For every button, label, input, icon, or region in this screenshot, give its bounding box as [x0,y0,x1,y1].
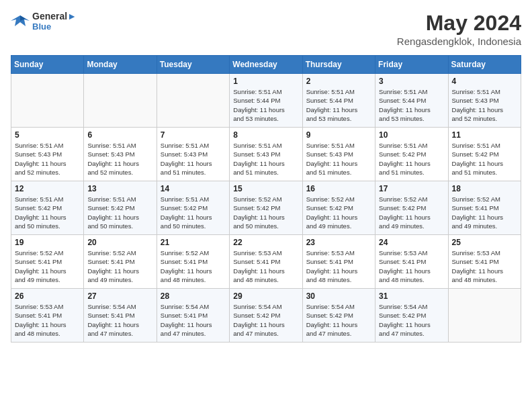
day-info: Sunrise: 5:52 AM Sunset: 5:42 PM Dayligh… [233,195,298,230]
day-number: 20 [87,238,152,247]
day-info: Sunrise: 5:54 AM Sunset: 5:41 PM Dayligh… [87,302,152,338]
day-number: 15 [233,184,298,193]
day-info: Sunrise: 5:53 AM Sunset: 5:41 PM Dayligh… [15,302,80,338]
day-info: Sunrise: 5:52 AM Sunset: 5:41 PM Dayligh… [87,248,152,284]
day-number: 22 [233,238,298,247]
calendar-cell: 8Sunrise: 5:51 AM Sunset: 5:43 PM Daylig… [230,128,302,181]
calendar-cell: 10Sunrise: 5:51 AM Sunset: 5:42 PM Dayli… [375,128,448,181]
month-title: May 2024 [397,11,521,36]
day-number: 14 [161,184,226,193]
weekday-header-row: SundayMondayTuesdayWednesdayThursdayFrid… [11,56,521,74]
calendar-cell: 27Sunrise: 5:54 AM Sunset: 5:41 PM Dayli… [84,289,157,342]
calendar-cell: 28Sunrise: 5:54 AM Sunset: 5:41 PM Dayli… [157,289,229,342]
calendar-cell: 3Sunrise: 5:51 AM Sunset: 5:44 PM Daylig… [375,74,448,128]
calendar-cell: 18Sunrise: 5:52 AM Sunset: 5:41 PM Dayli… [448,181,521,235]
day-info: Sunrise: 5:54 AM Sunset: 5:42 PM Dayligh… [306,302,371,338]
day-number: 6 [87,130,152,140]
day-info: Sunrise: 5:51 AM Sunset: 5:42 PM Dayligh… [161,195,226,230]
weekday-header-saturday: Saturday [448,56,521,74]
day-info: Sunrise: 5:51 AM Sunset: 5:43 PM Dayligh… [15,141,80,177]
calendar-cell [11,74,84,128]
day-info: Sunrise: 5:51 AM Sunset: 5:42 PM Dayligh… [15,195,80,230]
calendar-week-row: 1Sunrise: 5:51 AM Sunset: 5:44 PM Daylig… [11,74,521,128]
weekday-header-monday: Monday [84,56,157,74]
calendar-cell: 31Sunrise: 5:54 AM Sunset: 5:42 PM Dayli… [375,289,448,342]
day-info: Sunrise: 5:51 AM Sunset: 5:44 PM Dayligh… [306,87,371,123]
calendar-cell [157,74,229,128]
day-info: Sunrise: 5:51 AM Sunset: 5:43 PM Dayligh… [87,141,152,177]
day-info: Sunrise: 5:52 AM Sunset: 5:41 PM Dayligh… [452,195,517,230]
calendar-cell: 25Sunrise: 5:53 AM Sunset: 5:41 PM Dayli… [448,235,521,289]
day-number: 8 [233,130,298,140]
day-number: 3 [379,77,444,86]
page-header: General► Blue May 2024 Rengasdengklok, I… [11,11,521,47]
day-number: 11 [452,130,517,140]
calendar-cell: 26Sunrise: 5:53 AM Sunset: 5:41 PM Dayli… [11,289,84,342]
calendar-body: 1Sunrise: 5:51 AM Sunset: 5:44 PM Daylig… [11,74,521,342]
day-number: 30 [306,291,371,301]
calendar-cell: 7Sunrise: 5:51 AM Sunset: 5:43 PM Daylig… [157,128,229,181]
location-title: Rengasdengklok, Indonesia [397,36,521,47]
day-number: 31 [379,291,444,301]
day-number: 28 [161,291,226,301]
calendar-table: SundayMondayTuesdayWednesdayThursdayFrid… [11,55,521,342]
calendar-cell: 20Sunrise: 5:52 AM Sunset: 5:41 PM Dayli… [84,235,157,289]
calendar-header: SundayMondayTuesdayWednesdayThursdayFrid… [11,56,521,74]
day-info: Sunrise: 5:54 AM Sunset: 5:42 PM Dayligh… [233,302,298,338]
calendar-cell: 9Sunrise: 5:51 AM Sunset: 5:43 PM Daylig… [302,128,375,181]
weekday-header-sunday: Sunday [11,56,84,74]
calendar-cell: 6Sunrise: 5:51 AM Sunset: 5:43 PM Daylig… [84,128,157,181]
calendar-cell: 15Sunrise: 5:52 AM Sunset: 5:42 PM Dayli… [230,181,302,235]
day-number: 23 [306,238,371,247]
weekday-header-tuesday: Tuesday [157,56,229,74]
calendar-cell: 5Sunrise: 5:51 AM Sunset: 5:43 PM Daylig… [11,128,84,181]
day-number: 18 [452,184,517,193]
calendar-cell: 24Sunrise: 5:53 AM Sunset: 5:41 PM Dayli… [375,235,448,289]
calendar-cell: 4Sunrise: 5:51 AM Sunset: 5:43 PM Daylig… [448,74,521,128]
day-info: Sunrise: 5:54 AM Sunset: 5:41 PM Dayligh… [161,302,226,338]
day-info: Sunrise: 5:51 AM Sunset: 5:42 PM Dayligh… [452,141,517,177]
calendar-cell: 16Sunrise: 5:52 AM Sunset: 5:42 PM Dayli… [302,181,375,235]
day-info: Sunrise: 5:51 AM Sunset: 5:44 PM Dayligh… [233,87,298,123]
calendar-cell: 23Sunrise: 5:53 AM Sunset: 5:41 PM Dayli… [302,235,375,289]
weekday-header-thursday: Thursday [302,56,375,74]
day-info: Sunrise: 5:54 AM Sunset: 5:42 PM Dayligh… [379,302,444,338]
calendar-cell [448,289,521,342]
weekday-header-wednesday: Wednesday [230,56,302,74]
day-number: 21 [161,238,226,247]
calendar-cell: 13Sunrise: 5:51 AM Sunset: 5:42 PM Dayli… [84,181,157,235]
calendar-week-row: 12Sunrise: 5:51 AM Sunset: 5:42 PM Dayli… [11,181,521,235]
day-info: Sunrise: 5:51 AM Sunset: 5:43 PM Dayligh… [306,141,371,177]
day-info: Sunrise: 5:52 AM Sunset: 5:41 PM Dayligh… [15,248,80,284]
day-number: 26 [15,291,80,301]
calendar-cell: 29Sunrise: 5:54 AM Sunset: 5:42 PM Dayli… [230,289,302,342]
day-number: 10 [379,130,444,140]
day-info: Sunrise: 5:51 AM Sunset: 5:43 PM Dayligh… [161,141,226,177]
weekday-header-friday: Friday [375,56,448,74]
day-number: 29 [233,291,298,301]
calendar-cell: 30Sunrise: 5:54 AM Sunset: 5:42 PM Dayli… [302,289,375,342]
day-number: 25 [452,238,517,247]
day-number: 2 [306,77,371,86]
calendar-cell: 14Sunrise: 5:51 AM Sunset: 5:42 PM Dayli… [157,181,229,235]
day-number: 12 [15,184,80,193]
day-number: 7 [161,130,226,140]
day-info: Sunrise: 5:52 AM Sunset: 5:41 PM Dayligh… [161,248,226,284]
day-info: Sunrise: 5:53 AM Sunset: 5:41 PM Dayligh… [306,248,371,284]
day-info: Sunrise: 5:51 AM Sunset: 5:44 PM Dayligh… [379,87,444,123]
day-number: 24 [379,238,444,247]
calendar-cell: 1Sunrise: 5:51 AM Sunset: 5:44 PM Daylig… [230,74,302,128]
logo-text: General► Blue [32,11,77,32]
day-info: Sunrise: 5:52 AM Sunset: 5:42 PM Dayligh… [306,195,371,230]
day-info: Sunrise: 5:51 AM Sunset: 5:42 PM Dayligh… [87,195,152,230]
calendar-cell: 21Sunrise: 5:52 AM Sunset: 5:41 PM Dayli… [157,235,229,289]
calendar-cell: 11Sunrise: 5:51 AM Sunset: 5:42 PM Dayli… [448,128,521,181]
calendar-title-area: May 2024 Rengasdengklok, Indonesia [397,11,521,47]
day-number: 1 [233,77,298,86]
day-number: 17 [379,184,444,193]
calendar-cell: 19Sunrise: 5:52 AM Sunset: 5:41 PM Dayli… [11,235,84,289]
calendar-cell: 2Sunrise: 5:51 AM Sunset: 5:44 PM Daylig… [302,74,375,128]
day-info: Sunrise: 5:51 AM Sunset: 5:43 PM Dayligh… [233,141,298,177]
day-info: Sunrise: 5:53 AM Sunset: 5:41 PM Dayligh… [379,248,444,284]
day-info: Sunrise: 5:51 AM Sunset: 5:42 PM Dayligh… [379,141,444,177]
